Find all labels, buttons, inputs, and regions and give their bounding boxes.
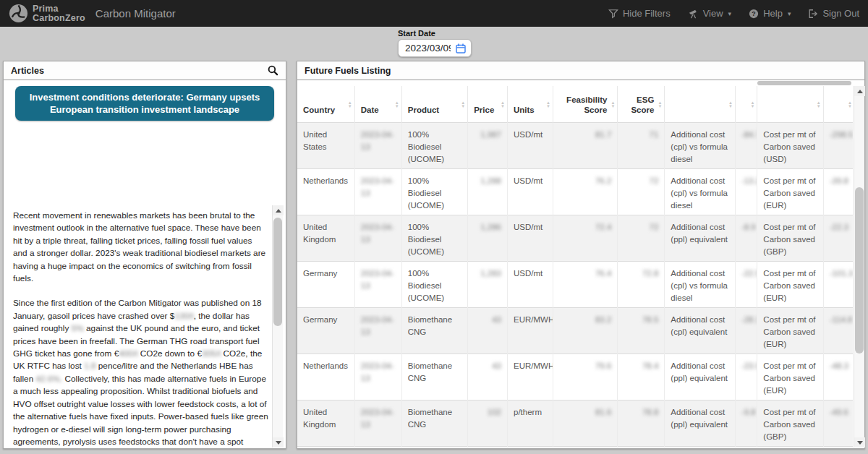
table-row[interactable]: United Kingdom2023-04-13Biomethane CNG10… [297, 400, 853, 446]
redacted-value: 1,286 [480, 223, 501, 231]
column-header[interactable]: ▲▼ [757, 86, 823, 122]
redacted-value: -9.8 [741, 408, 756, 416]
table-cell-redacted: 2023-04-13 [354, 261, 401, 307]
table-cell-redacted: -84.7 [735, 122, 757, 168]
table-cell-redacted: 2023-04-13 [354, 122, 401, 168]
column-header-label: Price [474, 106, 494, 114]
table-cell-redacted: 81.7 [553, 122, 617, 168]
cell-text: 100% Biodiesel (UCOME) [408, 269, 444, 302]
table-cell: Biomethane CNG [401, 446, 467, 447]
column-header-country[interactable]: Country▲▼ [297, 86, 354, 122]
sort-icon[interactable]: ▲▼ [750, 101, 754, 108]
table-cell-redacted: 78.5 [618, 307, 665, 354]
cell-text: Cost per mt of Carbon saved (USD) [763, 130, 815, 163]
table-cell-redacted: 78.4 [618, 354, 665, 400]
sort-icon[interactable]: ▲▼ [348, 101, 352, 108]
redacted-value: -13.2 [741, 176, 757, 185]
sort-icon[interactable]: ▲▼ [610, 101, 615, 108]
column-header-esg-score[interactable]: ESG Score▲▼ [618, 86, 665, 122]
sign-out-button[interactable]: Sign Out [808, 8, 859, 19]
cell-text: USD/mt [514, 130, 542, 139]
table-cell: Additional cost (cpl) equivalent [665, 446, 736, 447]
article-scrollbar[interactable] [272, 205, 283, 447]
article-scrollbar-thumb[interactable] [273, 218, 282, 326]
scroll-up-button[interactable] [854, 86, 865, 96]
sort-icon[interactable]: ▲▼ [461, 101, 465, 108]
table-cell-redacted: 78.8 [618, 400, 665, 446]
redacted-value: 1,288 [480, 176, 501, 185]
brand: Prima CarbonZero [9, 4, 85, 23]
column-header[interactable]: ▲▼ [665, 86, 736, 122]
sort-icon[interactable]: ▲▼ [817, 101, 821, 108]
redacted-value: 78.8 [642, 408, 658, 416]
table-cell-redacted: -9.8 [735, 400, 757, 446]
table-row[interactable]: Netherlands2023-04-13Biomethane CNG43EUR… [297, 354, 853, 400]
sort-icon[interactable]: ▲▼ [546, 101, 550, 108]
start-date-input-wrap [398, 39, 472, 57]
table-head: Country▲▼Date▲▼Product▲▼Price▲▼Units▲▼Fe… [297, 86, 853, 122]
redacted-value: 2023-04-13 [361, 223, 394, 244]
table-scrollbar[interactable] [854, 86, 864, 447]
cell-text: Biomethane CNG [408, 361, 452, 382]
column-header-price[interactable]: Price▲▼ [468, 86, 508, 122]
view-menu-button[interactable]: View ▾ [688, 8, 731, 19]
table-row[interactable]: Germany2023-04-13100% Biodiesel (UCOME)1… [297, 261, 853, 307]
table-cell-redacted: 87.3 [553, 446, 617, 447]
table-cell: United Kingdom [297, 400, 354, 446]
table-cell-redacted: 1,286 [468, 215, 508, 261]
cell-text: Additional cost (ppl) equivalent [671, 223, 728, 244]
column-header[interactable]: ▲▼ [735, 86, 757, 122]
redacted-value: 71 [650, 130, 659, 139]
table-cell-redacted: 102 [468, 400, 508, 446]
column-header-feasibility-score[interactable]: Feasibility Score▲▼ [553, 86, 617, 122]
sort-icon[interactable]: ▲▼ [728, 101, 733, 108]
app-header: Prima CarbonZero Carbon Mitigator Hide F… [0, 0, 868, 27]
sort-icon[interactable]: ▲▼ [848, 101, 852, 108]
start-date-input[interactable] [399, 43, 451, 53]
table-row[interactable]: Netherlands2023-04-13100% Biodiesel (UCO… [297, 168, 853, 215]
table-cell: USD/mt [508, 122, 553, 168]
table-scrollbar-thumb[interactable] [855, 187, 864, 354]
cell-text: Germany [303, 269, 337, 278]
calendar-icon[interactable] [455, 43, 467, 54]
cell-text: p/therm [514, 408, 542, 416]
scroll-down-button[interactable] [854, 437, 865, 447]
sort-icon[interactable]: ▲▼ [395, 101, 399, 108]
chevron-down-icon: ▾ [788, 10, 791, 17]
sort-icon[interactable]: ▲▼ [501, 101, 505, 108]
column-header-label: Product [408, 106, 439, 114]
selected-article-button[interactable]: Investment conditions deteriorate: Germa… [15, 86, 274, 121]
scroll-up-button[interactable] [273, 205, 284, 215]
column-header[interactable]: ▲▼ [823, 86, 853, 122]
redacted-value: -48.3 [830, 361, 848, 370]
table-row[interactable]: United Kingdom2023-04-13100% Biodiesel (… [297, 215, 853, 261]
table-row[interactable]: Germany2023-04-13Biomethane CNG43EUR/MWH… [297, 307, 853, 354]
table-cell-redacted: -39.8 [823, 168, 853, 215]
paragraph-text: CO2e down to € [137, 348, 202, 359]
cell-text: Additional cost (ppl) equivalent [671, 408, 728, 429]
table-cell-redacted: 72 [618, 215, 665, 261]
column-header-units[interactable]: Units▲▼ [508, 86, 553, 122]
table-cell-redacted: 83.2 [553, 307, 617, 354]
redacted-value: 400/t [119, 348, 137, 359]
table-cell: United Kingdom [297, 215, 354, 261]
table-row[interactable]: United States2023-04-13100% Biodiesel (U… [297, 122, 853, 168]
table-cell-redacted: 81.6 [553, 400, 617, 446]
redacted-value: 78.5 [642, 315, 658, 324]
redacted-value: 2023-04-13 [361, 176, 394, 197]
column-header-date[interactable]: Date▲▼ [354, 86, 401, 122]
table-cell-redacted: 2023-04-13 [354, 400, 401, 446]
question-circle-icon: ? [749, 9, 759, 19]
sort-icon[interactable]: ▲▼ [658, 101, 662, 108]
cell-text: Cost per mt of Carbon saved (EUR) [763, 361, 815, 395]
search-icon[interactable] [268, 65, 278, 76]
scroll-down-button[interactable] [273, 437, 284, 447]
table-cell: United States [297, 446, 354, 447]
help-menu-button[interactable]: ? Help ▾ [749, 8, 791, 19]
table-horizontal-scrollbar[interactable] [297, 80, 864, 86]
table-row[interactable]: United States2023-04-13Biomethane CNG207… [297, 446, 853, 447]
table-horizontal-scrollbar-thumb[interactable] [757, 81, 851, 85]
hide-filters-button[interactable]: Hide Filters [608, 8, 671, 19]
column-header-product[interactable]: Product▲▼ [401, 86, 467, 122]
redacted-value: 2023-04-13 [361, 269, 394, 290]
